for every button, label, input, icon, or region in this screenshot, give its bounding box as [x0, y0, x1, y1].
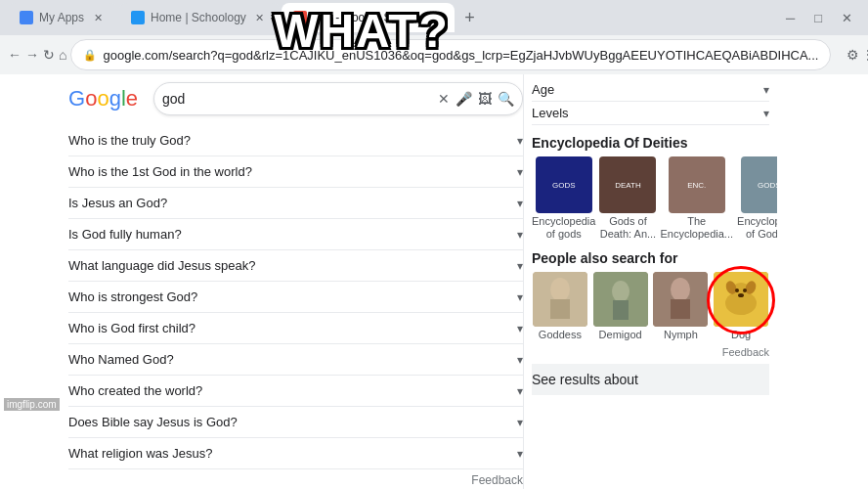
faq-text-6: Who is God first child?	[68, 321, 195, 335]
search-icons: ✕ 🎤 🖼 🔍	[438, 91, 514, 107]
tab-myapps[interactable]: My Apps ✕	[8, 3, 117, 32]
people-search-grid: Goddess Demigod	[532, 272, 769, 341]
tab-favicon-google	[293, 11, 307, 24]
image-search-icon[interactable]: 🖼	[478, 91, 492, 107]
forward-button[interactable]: →	[25, 41, 39, 68]
tab-schoology[interactable]: Home | Schoology ✕	[119, 3, 280, 32]
people-item-demigod[interactable]: Demigod	[592, 272, 649, 341]
people-thumb-demigod	[593, 272, 648, 327]
tab-close-schoology[interactable]: ✕	[252, 10, 268, 25]
faq-item-10[interactable]: What religion was Jesus? ▾	[68, 438, 523, 469]
encyclopedia-thumb-1: DEATH	[599, 156, 656, 213]
tab-label-google: god - Google Search	[313, 11, 421, 24]
page-content: Google god ✕ 🎤 🖼 🔍 Who is the truly God?	[0, 74, 868, 489]
svg-rect-2	[550, 299, 570, 319]
faq-text-10: What religion was Jesus?	[68, 446, 212, 461]
see-results-label: See results about	[532, 372, 638, 387]
faq-item-8[interactable]: Who created the world? ▾	[68, 376, 523, 407]
left-panel: Google god ✕ 🎤 🖼 🔍 Who is the truly God?	[0, 74, 523, 489]
minimize-button[interactable]: ─	[778, 11, 803, 25]
encyclopedia-item-1[interactable]: DEATH Gods of Death: An...	[599, 156, 656, 241]
people-thumb-nymph	[653, 272, 708, 327]
tab-bar: My Apps ✕ Home | Schoology ✕ god - Googl…	[0, 0, 868, 35]
right-feedback[interactable]: Feedback	[532, 346, 769, 358]
google-header: Google god ✕ 🎤 🖼 🔍	[68, 74, 523, 123]
faq-text-5: Who is strongest God?	[68, 289, 197, 304]
faq-item-3[interactable]: Is God fully human? ▾	[68, 219, 523, 250]
encyclopedia-item-3[interactable]: GODS Encyclopedia of Gods...	[737, 156, 777, 241]
tab-favicon-myapps	[20, 11, 33, 24]
encyclopedia-caption-3: Encyclopedia of Gods...	[737, 215, 777, 241]
filter-age-chevron: ▾	[763, 83, 769, 97]
faq-item-4[interactable]: What language did Jesus speak? ▾	[68, 250, 523, 282]
people-item-dog[interactable]: Dog	[713, 272, 769, 341]
new-tab-button[interactable]: +	[456, 4, 484, 31]
filter-levels[interactable]: Levels ▾	[532, 102, 769, 125]
faq-item-0[interactable]: Who is the truly God? ▾	[68, 125, 523, 156]
people-caption-dog: Dog	[731, 329, 751, 341]
reload-button[interactable]: ↻	[43, 41, 55, 68]
people-search-section-title: People also search for	[532, 250, 769, 266]
people-item-nymph[interactable]: Nymph	[653, 272, 710, 341]
people-caption-goddess: Goddess	[539, 329, 582, 341]
home-button[interactable]: ⌂	[59, 41, 66, 68]
toolbar-icons: ⚙ ⋮⋮⋮ Sign in	[839, 41, 868, 68]
encyclopedia-caption-2: The Encyclopedia...	[660, 215, 733, 241]
clear-search-icon[interactable]: ✕	[438, 91, 450, 107]
faq-feedback[interactable]: Feedback	[68, 469, 523, 489]
google-logo[interactable]: Google	[68, 86, 138, 111]
faq-item-1[interactable]: Who is the 1st God in the world? ▾	[68, 156, 523, 188]
close-button[interactable]: ✕	[834, 11, 860, 25]
tab-close-myapps[interactable]: ✕	[90, 10, 106, 25]
svg-point-16	[738, 293, 744, 297]
faq-text-8: Who created the world?	[68, 383, 202, 398]
faq-item-2[interactable]: Is Jesus an God? ▾	[68, 188, 523, 219]
faq-item-5[interactable]: Who is strongest God? ▾	[68, 282, 523, 313]
svg-point-14	[735, 289, 739, 292]
faq-text-9: Does Bible say Jesus is God?	[68, 415, 238, 429]
window-controls: ─ □ ✕	[778, 11, 860, 25]
search-query: god	[162, 91, 432, 107]
encyclopedia-section-title: Encyclopedia Of Deities	[532, 135, 769, 151]
address-bar[interactable]: 🔒 google.com/search?q=god&rlz=1CAJIKU_en…	[70, 39, 831, 70]
people-item-goddess[interactable]: Goddess	[532, 272, 588, 341]
faq-item-9[interactable]: Does Bible say Jesus is God? ▾	[68, 407, 523, 438]
encyclopedia-item-2[interactable]: ENC. The Encyclopedia...	[660, 156, 733, 241]
voice-search-icon[interactable]: 🎤	[456, 91, 472, 107]
right-panel: Age ▾ Levels ▾ Encyclopedia Of Deities G…	[523, 74, 777, 489]
svg-point-4	[612, 281, 629, 302]
svg-rect-5	[613, 300, 629, 320]
encyclopedia-caption-0: Encyclopedia of gods	[532, 215, 595, 241]
filter-age[interactable]: Age ▾	[532, 78, 769, 102]
people-caption-nymph: Nymph	[664, 329, 698, 341]
lock-icon: 🔒	[83, 49, 97, 62]
svg-point-15	[743, 289, 747, 292]
url-text: google.com/search?q=god&rlz=1CAJIKU_enUS…	[103, 48, 818, 63]
imgflip-watermark: imgflip.com	[4, 398, 60, 411]
filter-levels-label: Levels	[532, 106, 569, 120]
faq-list: Who is the truly God? ▾ Who is the 1st G…	[68, 125, 523, 489]
browser-frame: My Apps ✕ Home | Schoology ✕ god - Googl…	[0, 0, 868, 489]
faq-text-4: What language did Jesus speak?	[68, 258, 256, 273]
tab-favicon-schoology	[131, 11, 145, 24]
search-submit-icon[interactable]: 🔍	[498, 91, 514, 107]
svg-rect-8	[671, 299, 690, 319]
people-thumb-goddess	[533, 272, 587, 327]
faq-item-6[interactable]: Who is God first child? ▾	[68, 313, 523, 344]
encyclopedia-item-0[interactable]: GODS Encyclopedia of gods	[532, 156, 595, 241]
encyclopedia-thumb-3: GODS	[741, 156, 777, 213]
svg-point-7	[671, 278, 690, 301]
faq-item-7[interactable]: Who Named God? ▾	[68, 344, 523, 376]
faq-text-7: Who Named God?	[68, 352, 174, 367]
filter-age-label: Age	[532, 82, 554, 97]
search-box[interactable]: god ✕ 🎤 🖼 🔍	[153, 82, 523, 115]
svg-point-1	[550, 278, 570, 301]
tab-google-search[interactable]: god - Google Search ✕	[282, 3, 455, 32]
filter-levels-chevron: ▾	[763, 107, 769, 120]
see-results-section: See results about	[532, 364, 769, 395]
tab-close-google[interactable]: ✕	[427, 10, 443, 25]
people-caption-demigod: Demigod	[599, 329, 642, 341]
maximize-button[interactable]: □	[806, 11, 830, 25]
back-button[interactable]: ←	[8, 41, 22, 68]
encyclopedia-thumb-0: GODS	[536, 156, 592, 213]
